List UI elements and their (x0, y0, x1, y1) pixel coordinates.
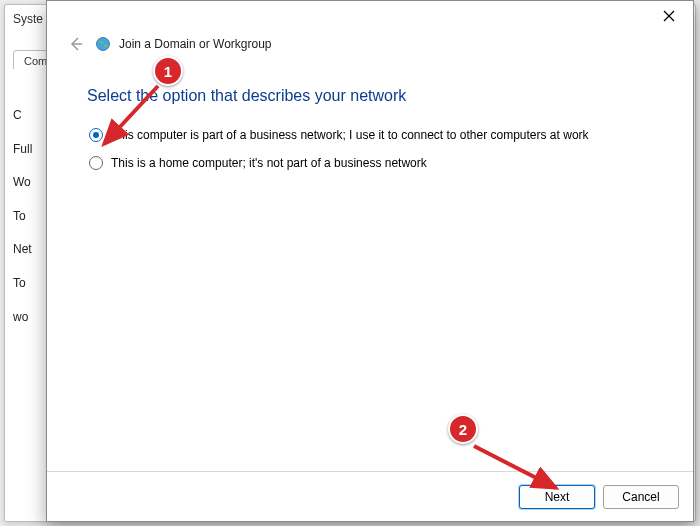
radio-option-home[interactable]: This is a home computer; it's not part o… (87, 155, 653, 171)
next-button-label: Next (545, 490, 570, 504)
cancel-button[interactable]: Cancel (603, 485, 679, 509)
annotation-badge-label: 2 (459, 421, 467, 438)
annotation-badge-label: 1 (164, 63, 172, 80)
wizard-footer: Next Cancel (47, 471, 693, 521)
radio-label: This is a home computer; it's not part o… (111, 155, 427, 171)
close-icon (663, 10, 675, 22)
wizard-content: Select the option that describes your ne… (47, 59, 693, 471)
annotation-badge-1: 1 (153, 56, 183, 86)
radio-option-business[interactable]: This computer is part of a business netw… (87, 127, 653, 143)
wizard-titlebar (47, 1, 693, 31)
section-heading: Select the option that describes your ne… (87, 87, 653, 105)
wizard-title: Join a Domain or Workgroup (119, 37, 272, 51)
close-button[interactable] (651, 3, 687, 29)
wizard-dialog: Join a Domain or Workgroup Select the op… (46, 0, 694, 522)
cancel-button-label: Cancel (622, 490, 659, 504)
background-title-text: Syste (13, 12, 43, 26)
radio-icon (89, 128, 103, 142)
network-globe-icon (95, 36, 111, 52)
annotation-badge-2: 2 (448, 414, 478, 444)
svg-point-3 (97, 38, 110, 51)
back-button[interactable] (65, 33, 87, 55)
radio-label: This computer is part of a business netw… (111, 127, 589, 143)
radio-icon (89, 156, 103, 170)
arrow-left-icon (68, 36, 84, 52)
wizard-header: Join a Domain or Workgroup (47, 31, 693, 59)
next-button[interactable]: Next (519, 485, 595, 509)
